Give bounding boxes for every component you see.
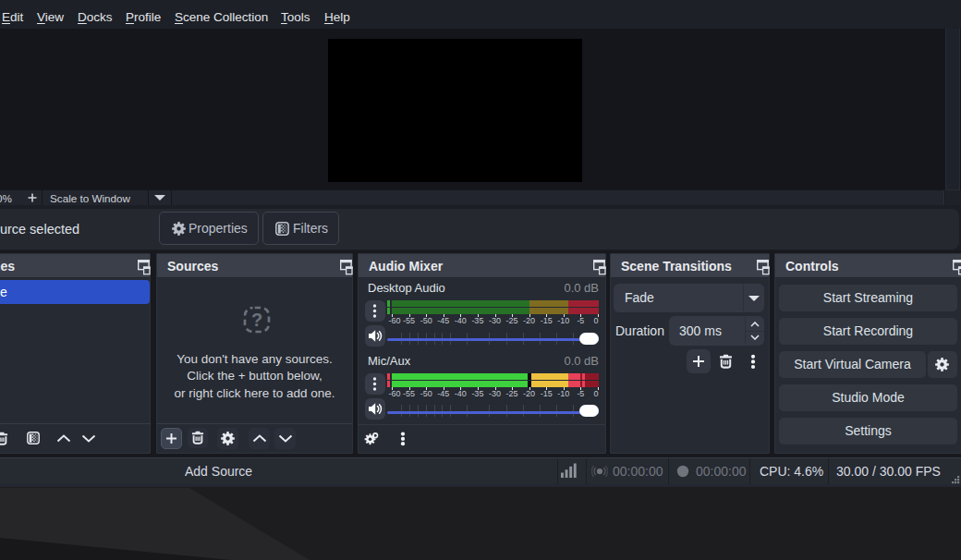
svg-text:?: ?	[251, 310, 262, 330]
